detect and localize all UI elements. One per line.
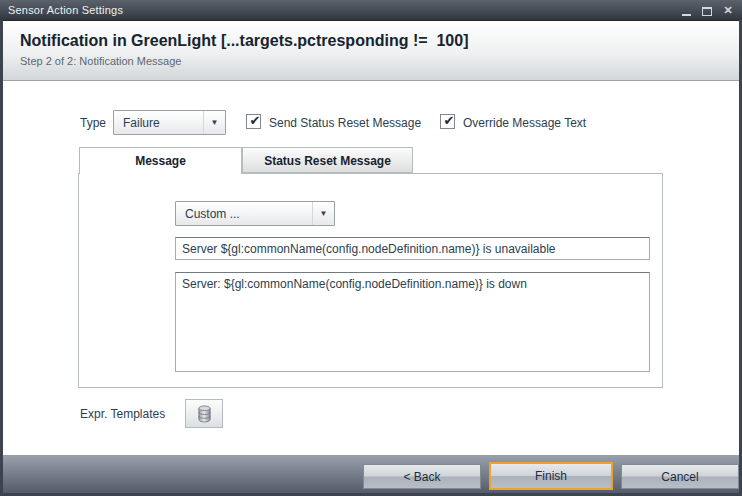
send-status-reset-label: Send Status Reset Message — [269, 116, 421, 130]
templates-dropdown[interactable]: Custom ... ▼ — [175, 201, 335, 226]
cancel-button[interactable]: Cancel — [621, 464, 739, 489]
page-subtitle: Step 2 of 2: Notification Message — [20, 55, 739, 67]
close-icon: ✕ — [723, 5, 732, 16]
type-label: Type — [80, 116, 106, 130]
minimize-button[interactable] — [680, 5, 692, 16]
minimize-icon — [682, 7, 691, 16]
page-title: Notification in GreenLight [...targets.p… — [20, 32, 739, 50]
window-controls: ✕ — [680, 5, 734, 16]
expr-templates-label: Expr. Templates — [80, 407, 165, 421]
maximize-button[interactable] — [701, 5, 713, 16]
chevron-down-icon: ▼ — [203, 111, 225, 134]
override-message-text-label: Override Message Text — [463, 116, 586, 130]
checkmark-icon: ✔ — [250, 114, 261, 127]
dialog-footer: < Back Finish Cancel — [3, 455, 739, 493]
title-bar: Sensor Action Settings ✕ — [0, 0, 742, 20]
tab-message[interactable]: Message — [79, 147, 242, 174]
tab-status-reset-message[interactable]: Status Reset Message — [242, 147, 413, 173]
short-text-input[interactable] — [175, 237, 650, 260]
database-icon — [197, 405, 212, 423]
close-button[interactable]: ✕ — [722, 5, 734, 16]
maximize-icon — [702, 7, 712, 16]
finish-button[interactable]: Finish — [489, 462, 613, 490]
text-textarea[interactable]: Server: ${gl:commonName(config.nodeDefin… — [175, 272, 650, 372]
window-title: Sensor Action Settings — [8, 4, 680, 16]
sensor-action-settings-window: Sensor Action Settings ✕ Notification in… — [0, 0, 742, 496]
type-dropdown-value: Failure — [114, 116, 203, 130]
wizard-header: Notification in GreenLight [...targets.p… — [3, 20, 739, 81]
checkmark-icon: ✔ — [444, 114, 455, 127]
chevron-down-icon: ▼ — [312, 202, 334, 225]
override-message-text-checkbox[interactable]: ✔ — [440, 114, 455, 129]
expr-templates-button[interactable] — [185, 399, 223, 428]
back-button[interactable]: < Back — [363, 464, 481, 489]
dialog-content: Type Failure ▼ ✔ Send Status Reset Messa… — [3, 81, 739, 455]
templates-dropdown-value: Custom ... — [176, 207, 312, 221]
type-dropdown[interactable]: Failure ▼ — [113, 110, 226, 135]
send-status-reset-checkbox[interactable]: ✔ — [246, 114, 261, 129]
